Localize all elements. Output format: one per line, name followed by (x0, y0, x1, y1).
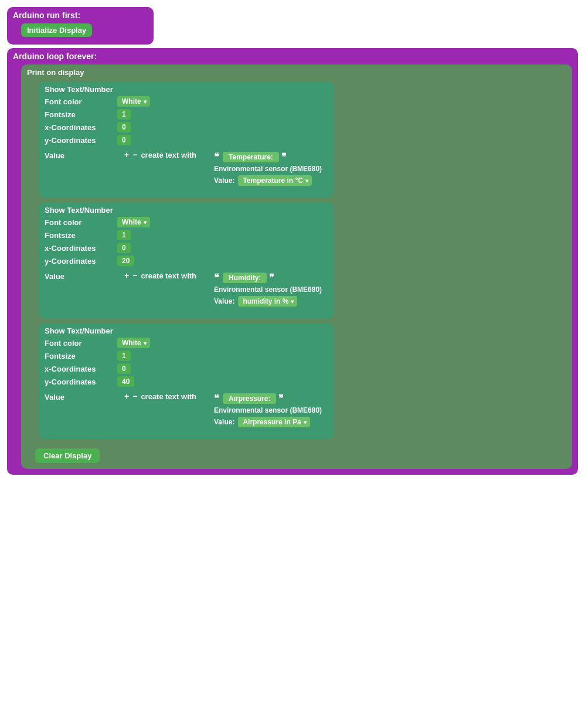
clear-display-wrapper: Clear Display (27, 445, 566, 463)
value-label-2: Value (45, 389, 115, 402)
open-quote-0: ❝ (214, 151, 219, 162)
ycoord-row-0: y-Coordinates 0 (45, 135, 328, 145)
sensor-row-1: Environmental sensor (BME680) (214, 285, 322, 294)
font-color-dropdown-0[interactable]: White (117, 96, 150, 107)
font-color-row-1: Font color White (45, 217, 328, 227)
temperature-text-box-0[interactable]: Temperature: (223, 152, 279, 162)
text-items-block-2: ❝ Airpressure: ❞ Environmental sensor (B… (208, 389, 328, 431)
font-color-row-2: Font color White (45, 338, 328, 348)
fontsize-value-2: 1 (117, 351, 131, 361)
xcoord-label-2: x-Coordinates (45, 365, 115, 373)
font-color-label-2: Font color (45, 339, 115, 348)
sensor-row-0: Environmental sensor (BME680) (214, 165, 322, 173)
create-text-block-0: + − create text with (120, 148, 206, 162)
sensor-label-0: Environmental sensor (BME680) (214, 165, 322, 173)
fontsize-label-2: Fontsize (45, 352, 115, 360)
show-text-label-1: Show Text/Number (45, 206, 115, 215)
airpressure-text-box-2[interactable]: Airpressure: (223, 393, 276, 404)
xcoord-label-1: x-Coordinates (45, 244, 115, 253)
ycoord-value-0: 0 (117, 135, 131, 145)
font-color-dropdown-2[interactable]: White (117, 338, 150, 348)
plus-icon-0[interactable]: + (124, 150, 129, 159)
xcoord-label-0: x-Coordinates (45, 123, 115, 132)
show-text-label-2: Show Text/Number (45, 326, 115, 335)
show-text-block-2: Show Text/Number Font color White Fontsi… (39, 323, 334, 439)
fontsize-row-2: Fontsize 1 (45, 351, 328, 361)
text-items-block-1: ❝ Humidity: ❞ Environmental sensor (BME6… (208, 268, 328, 310)
xcoord-value-1: 0 (117, 243, 131, 253)
sensor-value-select-0[interactable]: Temperature in °C (238, 175, 312, 186)
ycoord-row-1: y-Coordinates 20 (45, 256, 328, 266)
ycoord-row-2: y-Coordinates 40 (45, 376, 328, 387)
print-on-display-label: Print on display (27, 68, 566, 77)
text-quote-row-0: ❝ Temperature: ❞ (214, 151, 322, 162)
value-row-1: Value + − create text with ❝ Humidity: (45, 268, 328, 310)
arduino-loop-label-block: Arduino loop forever: Print on display S… (7, 48, 578, 475)
xcoord-row-2: x-Coordinates 0 (45, 363, 328, 374)
print-on-display-block: Print on display Show Text/Number Font c… (21, 64, 572, 469)
create-text-label-1: create text with (141, 271, 196, 280)
initialize-display-block: Initialize Display (21, 23, 148, 39)
sensor-value-row-2: Value: Airpressure in Pa (214, 417, 322, 427)
create-text-group-1: + − create text with ❝ Humidity: ❞ (117, 268, 328, 310)
create-text-group-0: + − create text with ❝ Temperature: ❞ (117, 148, 328, 189)
create-text-label-2: create text with (141, 392, 196, 401)
font-color-label-1: Font color (45, 218, 115, 227)
sensor-value-row-1: Value: humidity in % (214, 296, 322, 307)
arduino-run-first-label: Arduino run first: (13, 11, 148, 20)
arduino-loop-label: Arduino loop forever: (13, 52, 572, 61)
plus-icon-1[interactable]: + (124, 271, 129, 280)
show-text-row-0: Show Text/Number (45, 85, 328, 94)
open-quote-2: ❝ (214, 393, 219, 404)
minus-icon-1[interactable]: − (132, 271, 137, 280)
ycoord-value-1: 20 (117, 256, 134, 266)
value-label-1: Value (45, 268, 115, 281)
xcoord-row-0: x-Coordinates 0 (45, 122, 328, 132)
sensor-value-select-2[interactable]: Airpressure in Pa (238, 417, 309, 427)
text-quote-row-1: ❝ Humidity: ❞ (214, 272, 322, 283)
font-color-dropdown-1[interactable]: White (117, 217, 150, 227)
create-text-label-0: create text with (141, 151, 196, 159)
sensor-label-2: Environmental sensor (BME680) (214, 406, 322, 414)
font-color-label-0: Font color (45, 97, 115, 106)
fontsize-value-0: 1 (117, 109, 131, 120)
create-text-group-2: + − create text with ❝ Airpressure: ❞ (117, 389, 328, 431)
plus-icon-2[interactable]: + (124, 392, 129, 401)
fontsize-row-0: Fontsize 1 (45, 109, 328, 120)
show-text-block-1: Show Text/Number Font color White Fontsi… (39, 202, 334, 318)
fontsize-value-1: 1 (117, 230, 131, 240)
ycoord-value-2: 40 (117, 376, 134, 387)
show-text-block-0: Show Text/Number Font color White Fontsi… (39, 81, 334, 198)
sensor-value-label-1: Value: (214, 297, 234, 305)
minus-icon-2[interactable]: − (132, 392, 137, 401)
show-text-label-0: Show Text/Number (45, 85, 115, 94)
minus-icon-0[interactable]: − (132, 150, 137, 159)
text-items-block-0: ❝ Temperature: ❞ Environmental sensor (B… (208, 148, 328, 189)
sensor-value-select-1[interactable]: humidity in % (238, 296, 297, 307)
close-quote-1: ❞ (269, 272, 274, 283)
create-text-block-2: + − create text with (120, 389, 206, 403)
sensor-label-1: Environmental sensor (BME680) (214, 285, 322, 294)
text-quote-row-2: ❝ Airpressure: ❞ (214, 393, 322, 404)
xcoord-row-1: x-Coordinates 0 (45, 243, 328, 253)
fontsize-row-1: Fontsize 1 (45, 230, 328, 240)
sensor-value-row-0: Value: Temperature in °C (214, 175, 322, 186)
arduino-run-first-section: Arduino run first: Initialize Display (7, 7, 154, 45)
show-text-row-1: Show Text/Number (45, 206, 328, 215)
xcoord-value-2: 0 (117, 363, 131, 374)
close-quote-0: ❞ (281, 151, 287, 162)
show-text-row-2: Show Text/Number (45, 326, 328, 335)
create-text-block-1: + − create text with (120, 268, 206, 283)
ycoord-label-2: y-Coordinates (45, 377, 115, 386)
value-row-2: Value + − create text with ❝ Airpressure… (45, 389, 328, 431)
sensor-value-label-0: Value: (214, 176, 234, 185)
initialize-display-button[interactable]: Initialize Display (21, 23, 92, 37)
main-wrapper: Arduino run first: Initialize Display Ar… (5, 5, 580, 477)
humidity-text-box-1[interactable]: Humidity: (223, 273, 267, 283)
ycoord-label-1: y-Coordinates (45, 257, 115, 266)
close-quote-2: ❞ (278, 393, 284, 404)
arduino-loop-section: Arduino loop forever: Print on display S… (7, 48, 578, 475)
sensor-value-label-2: Value: (214, 418, 234, 426)
clear-display-button[interactable]: Clear Display (35, 448, 100, 463)
open-quote-1: ❝ (214, 272, 219, 283)
